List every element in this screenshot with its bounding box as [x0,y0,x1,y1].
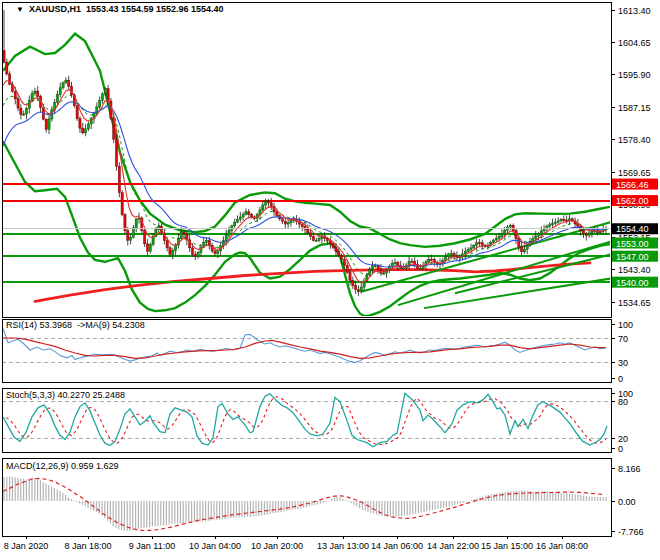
price-badge-text: 1540.00 [616,278,649,288]
price-axis[interactable]: 1613.401604.651595.901587.151578.401569.… [611,6,658,537]
symbol-dropdown-icon[interactable]: ▼ [16,5,24,14]
macd-axis-label: 8.166 [618,464,641,474]
chart-title-text: XAUUSD,H1 1553.43 1554.59 1552.96 1554.4… [29,4,224,14]
rsi-axis-label: 30 [618,358,628,368]
macd-axis-label: -7.766 [618,527,644,537]
price-badge-text: 1547.00 [616,252,649,262]
stoch-axis-label: 20 [618,434,628,444]
chart-title: ▼ XAUUSD,H1 1553.43 1554.59 1552.96 1554… [16,4,224,15]
time-axis-label: 10 Jan 20:00 [251,541,303,551]
rsi-axis-label: 0 [618,374,623,384]
price-axis-label: 1569.65 [618,168,651,178]
price-axis-label: 1578.40 [618,135,651,145]
time-axis-label: 9 Jan 11:00 [129,541,175,551]
rsi-indicator-label: RSI(14) 53.3968 ->MA(9) 54.2308 [6,320,145,330]
trading-terminal-chart: 1613.401604.651595.901587.151578.401569.… [0,0,660,560]
time-axis-label: 16 Jan 08:00 [536,541,588,551]
rsi-axis-label: 100 [618,320,633,330]
time-axis-label: 8 Jan 18:00 [64,541,111,551]
price-badge-text: 1553.00 [616,239,649,249]
time-axis-label: 8 Jan 2020 [4,541,49,551]
price-badge-text: 1566.46 [616,180,649,190]
time-axis-label: 14 Jan 06:00 [371,541,423,551]
time-axis-label: 14 Jan 22:00 [427,541,479,551]
price-axis-label: 1595.90 [618,70,651,80]
price-axis-label: 1604.65 [618,38,651,48]
time-axis-label: 15 Jan 15:00 [481,541,533,551]
stoch-axis-label: 0 [618,444,623,454]
time-axis[interactable]: 8 Jan 20208 Jan 18:009 Jan 11:0010 Jan 0… [4,536,588,551]
macd-indicator-label: MACD(12,26,9) 0.959 1.629 [6,461,119,471]
price-axis-label: 1534.65 [618,298,651,308]
rsi-axis-label: 70 [618,334,628,344]
stoch-indicator-label: Stoch(5,3,3) 40.2270 25.2488 [6,390,125,400]
price-badge-text: 1562.00 [616,196,649,206]
price-axis-label: 1587.15 [618,103,651,113]
time-axis-label: 10 Jan 04:00 [189,541,241,551]
price-axis-label: 1613.40 [618,6,651,16]
macd-axis-label: 0.00 [618,497,636,507]
price-badge-text: 1554.40 [616,224,649,234]
time-axis-label: 13 Jan 13:00 [317,541,369,551]
stoch-axis-label: 80 [618,397,628,407]
price-axis-label: 1543.40 [618,265,651,275]
price-chart-canvas[interactable]: 1613.401604.651595.901587.151578.401569.… [0,0,660,560]
